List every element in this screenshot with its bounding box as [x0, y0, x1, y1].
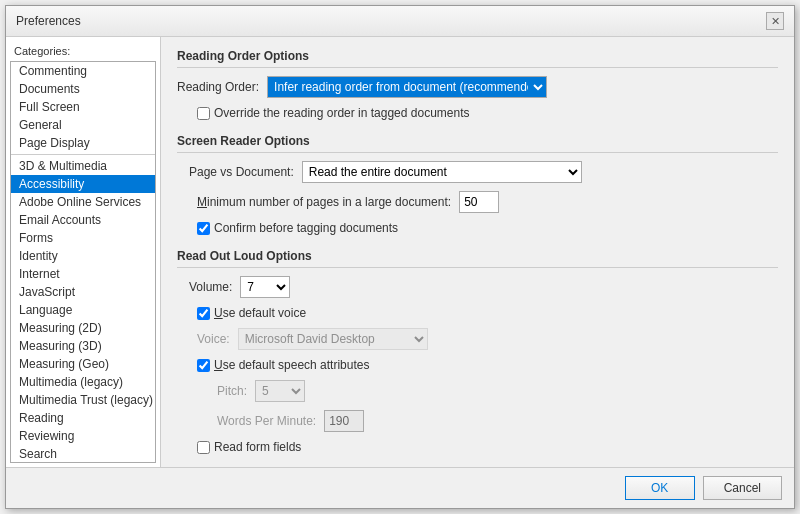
sidebar-item-measuringgeo[interactable]: Measuring (Geo): [11, 355, 155, 373]
sidebar-item-adobe[interactable]: Adobe Online Services: [11, 193, 155, 211]
confirm-tagging-checkbox[interactable]: [197, 222, 210, 235]
pitch-select[interactable]: 1234 567: [255, 380, 305, 402]
sidebar-item-multimedia[interactable]: Multimedia (legacy): [11, 373, 155, 391]
reading-order-row: Reading Order: Infer reading order from …: [177, 76, 778, 98]
voice-label: Voice:: [197, 332, 230, 346]
sidebar-item-commenting[interactable]: Commenting: [11, 62, 155, 80]
sidebar-item-javascript[interactable]: JavaScript: [11, 283, 155, 301]
sidebar-item-accessibility[interactable]: Accessibility: [11, 175, 155, 193]
categories-label: Categories:: [6, 41, 160, 61]
sidebar-item-measuring2d[interactable]: Measuring (2D): [11, 319, 155, 337]
override-checkbox[interactable]: [197, 107, 210, 120]
dialog-body: Categories: Commenting Documents Full Sc…: [6, 37, 794, 467]
page-vs-doc-label: Page vs Document:: [189, 165, 294, 179]
wpm-input[interactable]: 190: [324, 410, 364, 432]
reading-order-select[interactable]: Infer reading order from document (recom…: [267, 76, 547, 98]
sidebar-item-measuring3d[interactable]: Measuring (3D): [11, 337, 155, 355]
sidebar-item-multimediatrust[interactable]: Multimedia Trust (legacy): [11, 391, 155, 409]
pitch-label: Pitch:: [217, 384, 247, 398]
override-row: Override the reading order in tagged doc…: [197, 106, 778, 120]
screen-reader-section: Screen Reader Options Page vs Document: …: [177, 134, 778, 235]
sidebar-item-reading[interactable]: Reading: [11, 409, 155, 427]
use-default-speech-checkbox[interactable]: [197, 359, 210, 372]
voice-select[interactable]: Microsoft David Desktop: [238, 328, 428, 350]
default-speech-row: Use default speech attributes: [197, 358, 778, 372]
sidebar-item-search[interactable]: Search: [11, 445, 155, 463]
use-default-voice-checkbox[interactable]: [197, 307, 210, 320]
ok-button[interactable]: OK: [625, 476, 695, 500]
read-out-loud-section: Read Out Loud Options Volume: 1234 5678 …: [177, 249, 778, 454]
wpm-row: Words Per Minute: 190: [217, 410, 778, 432]
min-pages-input[interactable]: 50: [459, 191, 499, 213]
sidebar: Categories: Commenting Documents Full Sc…: [6, 37, 161, 467]
dialog-title: Preferences: [16, 14, 81, 28]
min-pages-row: Minimum number of pages in a large docum…: [197, 191, 778, 213]
default-voice-row: Use default voice: [197, 306, 778, 320]
volume-select[interactable]: 1234 5678 910: [240, 276, 290, 298]
page-vs-doc-row: Page vs Document: Read the entire docume…: [189, 161, 778, 183]
pitch-row: Pitch: 1234 567: [217, 380, 778, 402]
override-label: Override the reading order in tagged doc…: [214, 106, 470, 120]
sidebar-item-documents[interactable]: Documents: [11, 80, 155, 98]
dialog-footer: OK Cancel: [6, 467, 794, 508]
use-default-speech-label: Use default speech attributes: [214, 358, 369, 372]
sidebar-item-language[interactable]: Language: [11, 301, 155, 319]
main-content: Reading Order Options Reading Order: Inf…: [161, 37, 794, 467]
sidebar-item-email[interactable]: Email Accounts: [11, 211, 155, 229]
voice-row: Voice: Microsoft David Desktop: [197, 328, 778, 350]
confirm-tagging-label: Confirm before tagging documents: [214, 221, 398, 235]
cancel-button[interactable]: Cancel: [703, 476, 782, 500]
screen-reader-title: Screen Reader Options: [177, 134, 778, 153]
sidebar-item-pagedisplay[interactable]: Page Display: [11, 134, 155, 152]
read-form-fields-checkbox[interactable]: [197, 441, 210, 454]
sidebar-item-internet[interactable]: Internet: [11, 265, 155, 283]
reading-order-label: Reading Order:: [177, 80, 259, 94]
read-form-fields-label: Read form fields: [214, 440, 301, 454]
wpm-label: Words Per Minute:: [217, 414, 316, 428]
sidebar-item-forms[interactable]: Forms: [11, 229, 155, 247]
min-pages-label: Minimum number of pages in a large docum…: [197, 195, 451, 209]
reading-order-section: Reading Order Options Reading Order: Inf…: [177, 49, 778, 120]
sidebar-item-fullscreen[interactable]: Full Screen: [11, 98, 155, 116]
sidebar-item-reviewing[interactable]: Reviewing: [11, 427, 155, 445]
read-form-fields-row: Read form fields: [197, 440, 778, 454]
page-vs-doc-select[interactable]: Read the entire document Read the curren…: [302, 161, 582, 183]
categories-list[interactable]: Commenting Documents Full Screen General…: [10, 61, 156, 463]
preferences-dialog: Preferences ✕ Categories: Commenting Doc…: [5, 5, 795, 509]
sidebar-item-identity[interactable]: Identity: [11, 247, 155, 265]
volume-row: Volume: 1234 5678 910: [189, 276, 778, 298]
sidebar-item-general[interactable]: General: [11, 116, 155, 134]
close-button[interactable]: ✕: [766, 12, 784, 30]
volume-label: Volume:: [189, 280, 232, 294]
title-bar: Preferences ✕: [6, 6, 794, 37]
read-out-loud-title: Read Out Loud Options: [177, 249, 778, 268]
confirm-tagging-row: Confirm before tagging documents: [197, 221, 778, 235]
reading-order-title: Reading Order Options: [177, 49, 778, 68]
use-default-voice-label: Use default voice: [214, 306, 306, 320]
sidebar-item-3d[interactable]: 3D & Multimedia: [11, 157, 155, 175]
